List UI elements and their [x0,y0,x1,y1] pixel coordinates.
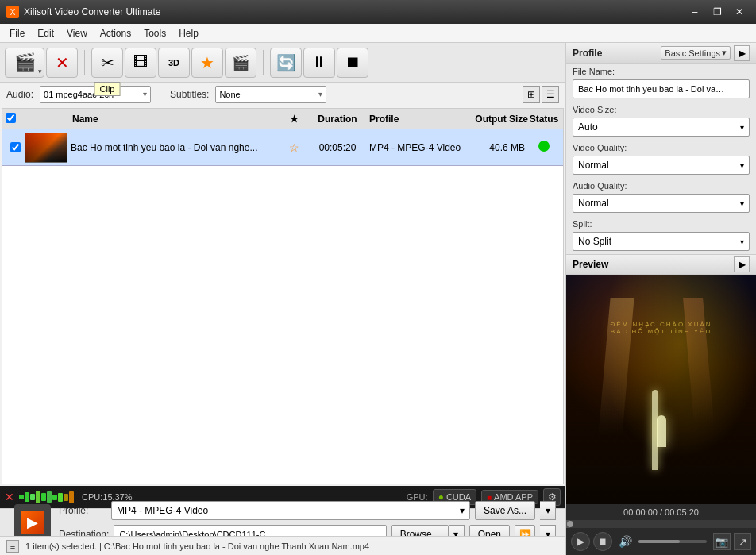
volume-icon: 🔊 [619,535,632,548]
pause-button[interactable]: ⏸ [303,48,335,78]
status-dot [538,141,550,152]
convert-button[interactable]: 🔄 [270,48,302,78]
profile-select[interactable]: MP4 - MPEG-4 Video ▾ [111,501,470,520]
add-segment-button[interactable]: 🎬 [225,48,256,78]
table-row[interactable]: Bac Ho mot tinh yeu bao la - Doi van ngh… [2,129,563,166]
filename-value: Bac Ho mot tinh yeu bao la - Doi van ngh [578,84,729,94]
profile-thumb-inner: ▶ [21,511,44,534]
file-status [528,141,560,154]
seek-handle [567,521,573,527]
profile-expand-button[interactable]: ▶ [734,45,750,61]
grid-view-button[interactable]: ⊞ [523,86,540,103]
video-quality-select[interactable]: Normal ▾ [573,156,750,175]
header-status: Status [528,114,560,125]
seek-bar-container[interactable] [566,520,756,528]
subtitle-label: Subtitles: [170,89,209,100]
volume-slider[interactable] [638,540,707,543]
3d-button[interactable]: 3D [158,48,190,78]
preview-section: Preview ▶ ĐÊM NHẠC CHÀO XUÂNBÁC HỒ MỘT T… [566,254,756,555]
window-controls: – ❐ ✕ [685,4,750,20]
time-display: 00:00:00 / 00:05:20 [623,507,699,517]
video-size-row: Video Size: Auto ▾ [566,102,756,140]
file-size: 40.6 MB [465,142,528,153]
profile-row: ▶ Profile: MP4 - MPEG-4 Video ▾ Save As.… [5,512,561,533]
main-layout: 🎬▾ ✕ ✂ Clip 🎞 3D ★ 🎬 🔄 ⏸ ⏹ [0,43,756,555]
file-name: Bac Ho mot tinh yeu bao la - Doi van ngh… [68,142,282,153]
split-value: No Split [578,236,611,247]
preview-controls: ▶ ⏹ 🔊 📷 ↗ [566,528,756,555]
tool-group-files: 🎬▾ ✕ [5,48,78,78]
audio-select[interactable]: 01 mpeg4aac-2ch ▾ [40,86,151,103]
toolbar-separator-1 [84,50,85,75]
bottom-bar: ▶ Profile: MP4 - MPEG-4 Video ▾ Save As.… [0,508,565,536]
subtitle-select-arrow: ▾ [318,90,322,98]
subtitle-select[interactable]: None ▾ [215,86,326,103]
menu-file[interactable]: File [3,26,31,40]
close-button[interactable]: ✕ [729,4,750,20]
basic-settings-button[interactable]: Basic Settings ▾ [661,46,731,60]
wave-6 [47,491,52,503]
menu-edit[interactable]: Edit [31,26,60,40]
profile-section-controls: Basic Settings ▾ ▶ [661,45,750,61]
split-arrow: ▾ [740,237,744,246]
seek-bar-track [566,520,756,528]
header-size: Output Size [465,114,528,125]
split-row: Split: No Split ▾ [566,216,756,254]
highlight-button[interactable]: ★ [191,48,223,78]
title-bar-left: X Xilisoft Video Converter Ultimate [6,6,161,18]
open-preview-button[interactable]: ↗ [734,533,751,550]
stop-button[interactable]: ⏹ [337,48,368,78]
cut-button[interactable]: ✂ Clip [91,48,123,78]
cpu-close-button[interactable]: ✕ [5,491,14,503]
save-as-button[interactable]: Save As... [475,501,535,520]
stop-preview-button[interactable]: ⏹ [593,532,612,551]
effects-button[interactable]: 🎞 [125,48,156,78]
header-fav: ★ [282,114,306,125]
profile-thumb-icon: ▶ [27,514,38,531]
profile-select-row: Profile: MP4 - MPEG-4 Video ▾ Save As...… [59,500,556,521]
basic-settings-arrow: ▾ [722,48,727,58]
menu-view[interactable]: View [60,26,94,40]
video-size-value: Auto [578,121,598,133]
select-all-checkbox[interactable] [6,113,16,123]
file-favorite[interactable]: ☆ [282,141,306,154]
save-split-button[interactable]: ▾ [540,501,556,520]
file-list-container: Name ★ Duration Profile Output Size Stat… [2,108,564,484]
video-size-label: Video Size: [573,105,750,114]
video-size-arrow: ▾ [740,123,744,132]
split-select[interactable]: No Split ▾ [573,232,750,251]
preview-expand-button[interactable]: ▶ [734,256,750,272]
row-checkbox[interactable] [10,142,21,152]
audio-select-arrow: ▾ [143,90,147,98]
video-quality-arrow: ▾ [740,161,744,170]
audio-quality-select[interactable]: Normal ▾ [573,194,750,213]
profile-value: MP4 - MPEG-4 Video [117,505,208,516]
file-profile: MP4 - MPEG-4 Video [369,142,465,153]
play-button[interactable]: ▶ [571,532,590,551]
filename-input[interactable]: Bac Ho mot tinh yeu bao la - Doi van ngh [573,79,750,98]
wave-5 [41,493,46,501]
toolbar: 🎬▾ ✕ ✂ Clip 🎞 3D ★ 🎬 🔄 ⏸ ⏹ [0,43,565,83]
audio-label: Audio: [6,89,33,100]
list-view-button[interactable]: ☰ [542,86,559,103]
row-checkbox-cell [6,142,25,152]
snapshot-button[interactable]: 📷 [713,533,731,550]
profile-section-header: Profile Basic Settings ▾ ▶ [566,43,756,64]
video-quality-label: Video Quality: [573,143,750,152]
menu-tools[interactable]: Tools [137,26,172,40]
audio-quality-value: Normal [578,198,609,209]
view-buttons: ⊞ ☰ [523,86,559,103]
menu-actions[interactable]: Actions [94,26,137,40]
tool-group-convert: 🔄 ⏸ ⏹ [270,48,368,78]
video-size-select[interactable]: Auto ▾ [573,118,750,137]
menu-help[interactable]: Help [172,26,205,40]
add-file-button[interactable]: 🎬▾ [5,48,44,78]
app-icon: X [6,6,19,18]
app-title: Xilisoft Video Converter Ultimate [24,6,161,17]
restore-button[interactable]: ❐ [707,4,727,20]
status-icon[interactable]: ≡ [6,540,19,553]
remove-button[interactable]: ✕ [46,48,78,78]
audio-quality-arrow: ▾ [740,199,744,208]
minimize-button[interactable]: – [685,4,705,20]
split-label: Split: [573,219,750,229]
